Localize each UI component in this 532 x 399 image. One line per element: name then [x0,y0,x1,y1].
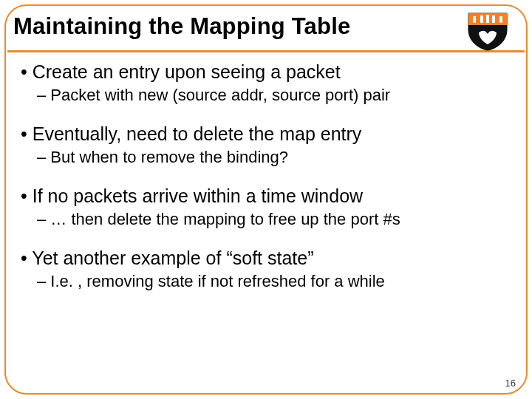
bullet-sub: I.e. , removing state if not refreshed f… [37,271,511,293]
svg-rect-2 [486,15,489,23]
page-number: 16 [505,378,516,389]
title-underline [7,50,525,52]
bullet-group: Create an entry upon seeing a packet Pac… [21,61,511,106]
slide-body: Create an entry upon seeing a packet Pac… [21,61,511,308]
princeton-shield-icon [464,10,511,52]
svg-rect-0 [473,16,476,23]
slide-title: Maintaining the Mapping Table [13,13,519,40]
title-area: Maintaining the Mapping Table [10,9,522,47]
bullet-sub: Packet with new (source addr, source por… [37,85,511,106]
bullet-group: Eventually, need to delete the map entry… [21,123,511,168]
bullet-group: Yet another example of “soft state” I.e.… [21,247,511,293]
svg-rect-4 [499,16,502,23]
bullet-main: If no packets arrive within a time windo… [21,185,511,208]
svg-rect-3 [492,16,495,23]
bullet-main: Eventually, need to delete the map entry [21,123,511,146]
bullet-sub: … then delete the mapping to free up the… [37,209,511,231]
svg-rect-1 [480,16,483,23]
bullet-group: If no packets arrive within a time windo… [21,185,511,231]
bullet-main: Yet another example of “soft state” [21,247,511,270]
bullet-sub: But when to remove the binding? [37,147,511,168]
bullet-main: Create an entry upon seeing a packet [21,61,511,83]
slide: Maintaining the Mapping Table Create an … [0,0,532,399]
